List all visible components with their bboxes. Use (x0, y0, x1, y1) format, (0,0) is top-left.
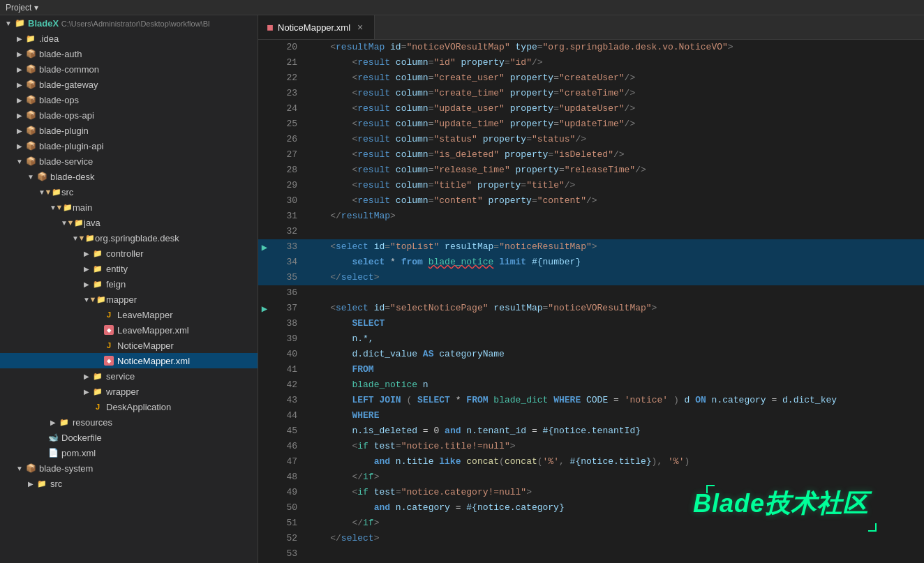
line-code[interactable]: n.is_deleted = 0 and n.tenant_id = #{not… (306, 423, 924, 439)
line-number: 37 (271, 301, 306, 316)
line-code[interactable]: d.dict_value AS categoryName (306, 347, 924, 362)
folder-icon: ▼📁 (59, 202, 70, 213)
tree-item-main[interactable]: ▼▼📁main (0, 200, 258, 215)
tree-item-blade-plugin-api[interactable]: ▶📦blade-plugin-api (0, 138, 258, 153)
tree-item-blade-ops-api[interactable]: ▶📦blade-ops-api (0, 107, 258, 123)
line-code[interactable]: <result column="status" property="status… (306, 132, 924, 147)
module-icon: 📦 (25, 125, 36, 136)
tree-root[interactable]: ▼ 📁 BladeX C:\Users\Administrator\Deskto… (0, 15, 258, 31)
tab-noticemapper-xml[interactable]: ◼ NoticeMapper.xml × (258, 15, 375, 39)
line-code[interactable]: LEFT JOIN ( SELECT * FROM blade_dict WHE… (306, 393, 924, 408)
tree-label: src (61, 187, 255, 197)
tree-item-entity[interactable]: ▶📁entity (0, 261, 258, 276)
tree-arrow: ▶ (14, 94, 25, 105)
line-code[interactable]: <result column="content" property="conte… (306, 193, 924, 209)
project-dropdown[interactable]: Project ▾ (6, 3, 38, 13)
line-code[interactable]: </select> (306, 531, 924, 546)
line-number: 40 (271, 347, 306, 362)
line-code[interactable]: <result column="update_user" property="u… (306, 101, 924, 117)
folder-icon: ▼📁 (70, 217, 81, 228)
tree-item-src[interactable]: ▼▼📁src (0, 184, 258, 200)
tree-item-blade-service[interactable]: ▼📦blade-service (0, 153, 258, 169)
line-code[interactable]: <result column="title" property="title"/… (306, 178, 924, 193)
xml-icon: ◆ (103, 324, 114, 336)
tree-item-blade-auth[interactable]: ▶📦blade-auth (0, 46, 258, 61)
tree-item-org-springblade-desk[interactable]: ▼▼📁org.springblade.desk (0, 230, 258, 246)
tree-item-blade-common[interactable]: ▶📦blade-common (0, 61, 258, 77)
line-code[interactable]: </resultMap> (306, 209, 924, 224)
line-code[interactable]: SELECT (306, 316, 924, 331)
tree-item-blade-plugin[interactable]: ▶📦blade-plugin (0, 123, 258, 138)
line-code[interactable]: and n.title like concat(concat('%', #{no… (306, 454, 924, 470)
tree-item-NoticeMapper-xml[interactable]: ◆NoticeMapper.xml (0, 353, 258, 368)
line-code[interactable]: </if> (306, 470, 924, 485)
tree-item-blade-ops[interactable]: ▶📦blade-ops (0, 92, 258, 107)
tree-label: service (106, 371, 255, 382)
tree-items: ▶📁.idea▶📦blade-auth▶📦blade-common▶📦blade… (0, 31, 258, 491)
line-code[interactable]: <result column="is_deleted" property="is… (306, 147, 924, 163)
line-code[interactable]: <result column="create_user" property="c… (306, 70, 924, 86)
line-code[interactable]: <select id="topList" resultMap="noticeRe… (306, 239, 924, 255)
tree-item-blade-system[interactable]: ▼📦blade-system (0, 460, 258, 476)
line-code[interactable]: <result column="id" property="id"/> (306, 55, 924, 70)
gutter-marker (258, 285, 271, 301)
code-editor[interactable]: Blade技术社区 20 <resultMap id="noticeVOResu… (258, 40, 924, 563)
tree-item-feign[interactable]: ▶📁feign (0, 276, 258, 292)
tree-item-service[interactable]: ▶📁service (0, 368, 258, 384)
line-code[interactable] (306, 224, 924, 239)
gutter-marker (258, 531, 271, 546)
line-code[interactable]: blade_notice n (306, 377, 924, 393)
tab-bar: ◼ NoticeMapper.xml × (258, 15, 924, 40)
line-code[interactable]: FROM (306, 362, 924, 377)
tree-item-LeaveMapper-xml[interactable]: ◆LeaveMapper.xml (0, 322, 258, 338)
tree-item-java[interactable]: ▼▼📁java (0, 215, 258, 230)
line-number: 42 (271, 377, 306, 393)
line-code[interactable]: <if test="notice.title!=null"> (306, 439, 924, 454)
line-code[interactable]: <resultMap id="noticeVOResultMap" type="… (306, 40, 924, 55)
package-icon: 📁 (92, 370, 103, 382)
line-code[interactable]: </select> (306, 270, 924, 285)
tree-item-blade-gateway[interactable]: ▶📦blade-gateway (0, 77, 258, 92)
gutter-marker: ▶ (258, 301, 271, 316)
code-line-28: 28 <result column="release_time" propert… (258, 163, 924, 178)
line-code[interactable] (306, 285, 924, 301)
tree-item-DeskApplication[interactable]: JDeskApplication (0, 399, 258, 414)
line-number: 29 (271, 178, 306, 193)
module-icon: 📦 (25, 94, 36, 105)
line-code[interactable]: <select id="selectNoticePage" resultMap=… (306, 301, 924, 316)
tree-arrow: ▶ (81, 386, 92, 397)
line-code[interactable]: <result column="release_time" property="… (306, 163, 924, 178)
tree-arrow: ▼ (14, 463, 25, 474)
tree-arrow: ▶ (14, 125, 25, 136)
line-code[interactable]: n.*, (306, 331, 924, 347)
tree-item-controller[interactable]: ▶📁controller (0, 246, 258, 261)
tree-label: NoticeMapper (117, 340, 255, 351)
line-code[interactable] (306, 546, 924, 562)
line-code[interactable]: select * from blade_notice limit #{numbe… (306, 255, 924, 270)
tree-item-LeaveMapper[interactable]: JLeaveMapper (0, 307, 258, 322)
code-line-40: 40 d.dict_value AS categoryName (258, 347, 924, 362)
tree-item-pom-xml[interactable]: 📄pom.xml (0, 445, 258, 460)
gutter-marker (258, 362, 271, 377)
tree-item-NoticeMapper[interactable]: JNoticeMapper (0, 338, 258, 353)
tree-item-resources[interactable]: ▶📁resources (0, 414, 258, 430)
line-code[interactable]: WHERE (306, 408, 924, 423)
line-number: 32 (271, 224, 306, 239)
tree-item-mapper[interactable]: ▼▼📁mapper (0, 292, 258, 307)
tree-item-blade-desk[interactable]: ▼📦blade-desk (0, 169, 258, 184)
tab-close-button[interactable]: × (355, 22, 366, 33)
tree-item-idea[interactable]: ▶📁.idea (0, 31, 258, 46)
gutter-marker (258, 163, 271, 178)
tree-label: blade-gateway (39, 80, 255, 90)
line-code[interactable]: <result column="create_time" property="c… (306, 86, 924, 101)
line-number: 27 (271, 147, 306, 163)
package-icon: ▼📁 (81, 232, 92, 243)
code-line-44: 44 WHERE (258, 408, 924, 423)
tree-item-wrapper[interactable]: ▶📁wrapper (0, 384, 258, 399)
line-number: 28 (271, 163, 306, 178)
line-code[interactable]: <result column="update_time" property="u… (306, 117, 924, 132)
tree-label: blade-desk (50, 172, 255, 182)
tree-label: entity (106, 264, 255, 274)
tree-item-src-system[interactable]: ▶📁src (0, 476, 258, 491)
tree-item-Dockerfile[interactable]: 🐋Dockerfile (0, 430, 258, 445)
